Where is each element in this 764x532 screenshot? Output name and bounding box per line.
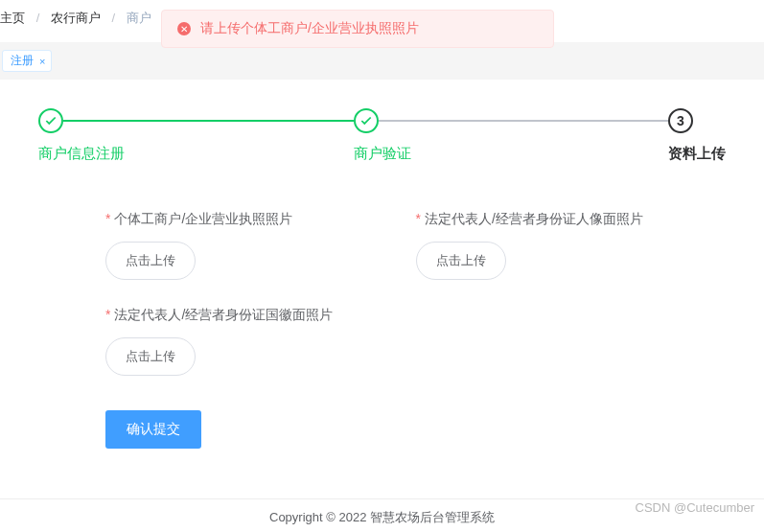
error-icon: ✕ [177,22,191,35]
step-2-icon [354,108,379,133]
form-item-license: *个体工商户/企业营业执照照片 点击上传 [105,211,416,280]
step-1-icon [38,108,63,133]
required-mark: * [105,211,110,226]
upload-id-back-button[interactable]: 点击上传 [105,337,196,376]
step-3-title: 资料上传 [668,145,726,163]
upload-license-button[interactable]: 点击上传 [105,242,196,280]
form-item-id-front: *法定代表人/经营者身份证人像面照片 点击上传 [416,211,727,280]
upload-id-front-button[interactable]: 点击上传 [416,242,506,280]
error-message: 请上传个体工商户/企业营业执照照片 [200,20,419,37]
step-3-icon: 3 [668,108,693,133]
breadcrumb-current: 商户 [127,11,151,25]
tab-register[interactable]: 注册 × [2,50,52,72]
breadcrumb-sep: / [112,11,116,25]
breadcrumb-sep: / [36,11,40,25]
submit-button[interactable]: 确认提交 [105,410,201,449]
error-alert: ✕ 请上传个体工商户/企业营业执照照片 [161,10,554,48]
breadcrumb-home[interactable]: 主页 [0,11,25,25]
breadcrumb-merchant[interactable]: 农行商户 [51,11,101,25]
steps-progress: 商户信息注册 商户验证 3 资料上传 [38,108,726,163]
watermark: CSDN @Cutecumber [636,500,754,515]
tab-label: 注册 [11,53,34,69]
required-mark: * [416,211,421,226]
step-1-title: 商户信息注册 [38,145,354,163]
id-back-label: *法定代表人/经营者身份证国徽面照片 [105,307,416,324]
step-line-2 [379,120,669,122]
step-2-title: 商户验证 [354,145,669,163]
id-front-label: *法定代表人/经营者身份证人像面照片 [416,211,727,228]
step-line-1 [63,120,354,122]
required-mark: * [105,307,110,322]
close-icon[interactable]: × [39,56,45,67]
form-item-id-back: *法定代表人/经营者身份证国徽面照片 点击上传 [105,307,416,376]
license-label: *个体工商户/企业营业执照照片 [105,211,416,228]
